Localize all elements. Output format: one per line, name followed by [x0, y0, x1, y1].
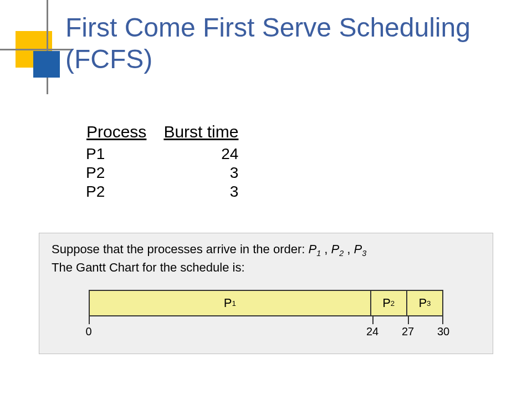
cell-burst: 3 — [163, 182, 255, 201]
process-ref-p3: P3 — [354, 242, 366, 256]
gantt-bar: P1 P2 P3 — [89, 290, 443, 316]
tick-label: 0 — [85, 325, 91, 338]
table-row: P1 24 — [86, 145, 255, 163]
gantt-chart: P1 P2 P3 0 24 27 30 — [89, 290, 443, 341]
tick-label: 30 — [437, 325, 449, 338]
gantt-caption-line2: The Gantt Chart for the schedule is: — [52, 260, 245, 274]
gantt-segment-p2: P2 — [370, 291, 406, 315]
gantt-caption-line1: Suppose that the processes arrive in the… — [52, 242, 308, 256]
blue-square-icon — [33, 51, 60, 78]
tick-mark-icon — [408, 316, 409, 324]
gantt-segment-p3: P3 — [406, 291, 442, 315]
process-ref-p1: P1 — [308, 242, 321, 256]
tick-mark-icon — [89, 316, 90, 324]
gantt-caption: Suppose that the processes arrive in the… — [52, 241, 480, 275]
cell-burst: 3 — [163, 163, 255, 182]
tick-label: 27 — [402, 325, 414, 338]
tick-mark-icon — [442, 316, 443, 324]
process-ref-p2: P2 — [331, 242, 344, 256]
table-row: P2 3 — [86, 163, 255, 182]
gantt-segment-p1: P1 — [90, 291, 370, 315]
gantt-panel: Suppose that the processes arrive in the… — [39, 233, 493, 354]
table-header-row: Process Burst time — [86, 122, 255, 145]
col-header-process: Process — [86, 122, 163, 145]
tick-label: 24 — [366, 325, 378, 338]
cell-process: P2 — [86, 163, 163, 182]
slide-header: First Come First Serve Scheduling (FCFS) — [0, 0, 532, 100]
process-burst-table: Process Burst time P1 24 P2 3 P2 3 — [86, 122, 255, 201]
cell-burst: 24 — [163, 145, 255, 163]
table-row: P2 3 — [86, 182, 255, 201]
tick-mark-icon — [372, 316, 374, 324]
process-table-section: Process Burst time P1 24 P2 3 P2 3 — [86, 122, 510, 201]
col-header-burst: Burst time — [163, 122, 255, 145]
gray-vertical-line-icon — [47, 0, 48, 94]
page-title: First Come First Serve Scheduling (FCFS) — [65, 12, 510, 75]
cell-process: P2 — [86, 182, 163, 201]
gray-horizontal-line-icon — [0, 49, 72, 50]
cell-process: P1 — [86, 145, 163, 163]
gantt-axis: 0 24 27 30 — [89, 316, 443, 341]
